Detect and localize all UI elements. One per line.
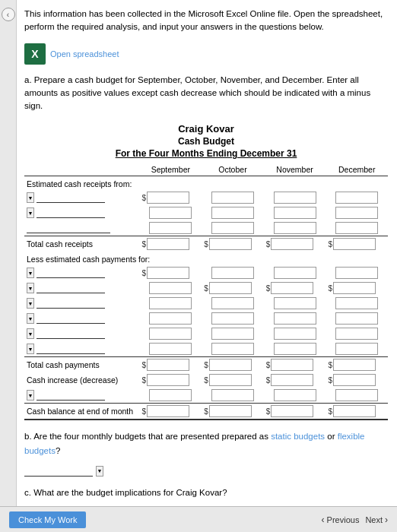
receipts-header-row: Estimated cash receipts from: <box>24 176 388 191</box>
input-receipt-sep-1[interactable] <box>147 192 189 204</box>
input-total-receipts-dec[interactable] <box>333 238 376 250</box>
question-b-answer-area: ▼ <box>24 465 388 477</box>
input-receipt-dec-3[interactable] <box>335 222 378 234</box>
input-total-payments-oct[interactable] <box>209 359 252 371</box>
input-payment-oct-1[interactable] <box>211 267 254 279</box>
input-payment-oct-5[interactable] <box>211 328 254 340</box>
input-beg-bal-nov[interactable] <box>274 389 316 401</box>
input-cash-bal-dec[interactable] <box>333 405 376 417</box>
input-payment-sep-6[interactable] <box>149 343 192 355</box>
input-payment-dec-4[interactable] <box>335 312 378 325</box>
static-budgets-link[interactable]: static budgets <box>271 432 325 441</box>
question-b-dropdown[interactable]: ▼ <box>96 466 103 477</box>
receipt-nov-1 <box>264 190 326 205</box>
input-payment-sep-2[interactable] <box>149 282 192 294</box>
input-payment-sep-4[interactable] <box>149 312 192 325</box>
payment-row-2: ▼ $ $ <box>24 280 388 296</box>
receipt-label-2: ▼ <box>24 205 140 220</box>
input-beg-bal-oct[interactable] <box>211 389 254 401</box>
input-receipt-nov-2[interactable] <box>274 207 316 219</box>
input-payment-dec-1[interactable] <box>335 267 378 279</box>
payment-row-6: ▼ <box>24 341 388 357</box>
payment-dropdown-1[interactable]: ▼ <box>27 268 34 278</box>
input-total-payments-nov[interactable] <box>271 359 313 371</box>
payment-label-5: ▼ <box>24 326 140 341</box>
input-payment-nov-5[interactable] <box>274 328 316 340</box>
receipt-dropdown-1[interactable]: ▼ <box>27 192 34 203</box>
cash-balance-row: Cash balance at end of month $ $ <box>24 404 388 420</box>
input-payment-nov-4[interactable] <box>274 312 316 325</box>
input-payment-dec-2[interactable] <box>333 282 376 294</box>
input-total-receipts-sep[interactable] <box>147 238 189 250</box>
input-cash-inc-oct[interactable] <box>209 374 252 386</box>
input-receipt-nov-3[interactable] <box>274 222 316 234</box>
input-receipt-oct-1[interactable] <box>211 192 254 204</box>
input-payment-sep-1[interactable] <box>147 267 189 279</box>
question-b-text-after: ? <box>56 446 60 455</box>
input-receipt-oct-3[interactable] <box>211 222 254 234</box>
left-nav-arrow[interactable]: ‹ <box>2 8 15 21</box>
input-payment-sep-5[interactable] <box>149 328 192 340</box>
payment-label-1: ▼ <box>24 265 140 280</box>
input-total-payments-dec[interactable] <box>333 359 376 371</box>
payment-label-3: ▼ <box>24 296 140 311</box>
input-cash-bal-nov[interactable] <box>271 405 313 417</box>
input-payment-sep-3[interactable] <box>149 297 192 309</box>
cash-increase-label: Cash increase (decrease) <box>24 372 140 388</box>
input-cash-inc-dec[interactable] <box>333 374 376 386</box>
input-payment-dec-5[interactable] <box>335 328 378 340</box>
payment-dropdown-5[interactable]: ▼ <box>27 328 34 339</box>
input-payment-nov-2[interactable] <box>271 282 313 294</box>
excel-icon: X <box>24 43 46 65</box>
input-beg-bal-sep[interactable] <box>149 389 192 401</box>
input-receipt-sep-2[interactable] <box>149 207 192 219</box>
input-beg-bal-dec[interactable] <box>335 389 378 401</box>
input-total-payments-sep[interactable] <box>147 359 189 371</box>
input-cash-inc-sep[interactable] <box>147 374 189 386</box>
input-cash-bal-sep[interactable] <box>147 405 189 417</box>
input-receipt-dec-1[interactable] <box>335 192 378 204</box>
col-header-label <box>24 163 140 176</box>
input-cash-inc-nov[interactable] <box>271 374 313 386</box>
receipt-row-2: ▼ <box>24 205 388 220</box>
input-total-receipts-oct[interactable] <box>209 238 252 250</box>
input-payment-oct-2[interactable] <box>209 282 252 294</box>
navigation-buttons: ‹ Previous Next › <box>322 515 388 525</box>
input-receipt-sep-3[interactable] <box>149 222 192 234</box>
input-receipt-dec-2[interactable] <box>335 207 378 219</box>
payment-dropdown-2[interactable]: ▼ <box>27 283 34 293</box>
input-total-receipts-nov[interactable] <box>271 238 313 250</box>
payment-dropdown-4[interactable]: ▼ <box>27 313 34 324</box>
input-receipt-nov-1[interactable] <box>274 192 316 204</box>
input-payment-oct-6[interactable] <box>211 343 254 355</box>
check-my-work-button[interactable]: Check My Work <box>9 511 86 528</box>
table-period: For the Four Months Ending December 31 <box>24 148 388 159</box>
beginning-balance-dropdown[interactable]: ▼ <box>27 390 34 401</box>
input-cash-bal-oct[interactable] <box>209 405 252 417</box>
payments-header-row: Less estimated cash payments for: <box>24 252 388 265</box>
table-company: Craig Kovar <box>24 123 388 135</box>
beginning-balance-label: ▼ <box>24 388 140 404</box>
input-payment-oct-4[interactable] <box>211 312 254 325</box>
input-payment-nov-1[interactable] <box>274 267 316 279</box>
question-c-intro: c. What are the budget implications for … <box>24 486 388 501</box>
receipt-dropdown-2[interactable]: ▼ <box>27 207 34 218</box>
receipt-row-1: ▼ $ <box>24 190 388 205</box>
open-spreadsheet-link[interactable]: Open spreadsheet <box>50 49 119 59</box>
next-button[interactable]: Next › <box>365 515 388 525</box>
payment-dropdown-6[interactable]: ▼ <box>27 344 34 354</box>
receipt-sep-1: $ <box>140 190 202 205</box>
cash-increase-row: Cash increase (decrease) $ $ <box>24 372 388 388</box>
input-payment-dec-3[interactable] <box>335 297 378 309</box>
payment-row-5: ▼ <box>24 326 388 341</box>
input-receipt-oct-2[interactable] <box>211 207 254 219</box>
bottom-bar: Check My Work ‹ Previous Next › <box>0 506 397 532</box>
previous-button[interactable]: ‹ Previous <box>322 515 360 525</box>
input-payment-oct-3[interactable] <box>211 297 254 309</box>
payment-label-2: ▼ <box>24 280 140 296</box>
input-payment-dec-6[interactable] <box>335 343 378 355</box>
payment-dropdown-3[interactable]: ▼ <box>27 298 34 309</box>
col-header-sep: September <box>140 163 202 176</box>
input-payment-nov-6[interactable] <box>274 343 316 355</box>
input-payment-nov-3[interactable] <box>274 297 316 309</box>
